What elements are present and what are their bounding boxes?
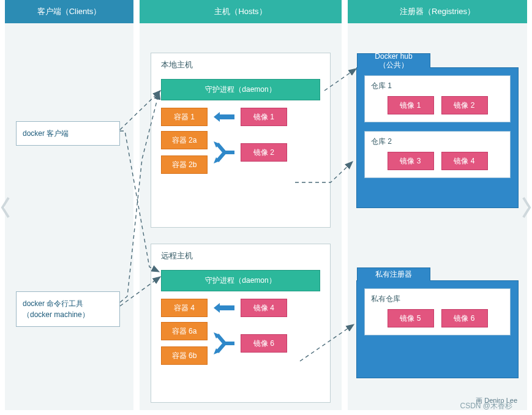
local-host-box: 本地主机 守护进程（daemon） 容器 1 镜像 1 容器 2a 容器 2b … bbox=[151, 53, 331, 228]
private-registry-folder: 私有注册器 私有仓库 镜像 5 镜像 6 bbox=[356, 280, 519, 378]
container-4: 容器 4 bbox=[161, 299, 208, 317]
hub-tab-line2: （公共） bbox=[379, 61, 408, 70]
chevron-left-icon[interactable] bbox=[0, 195, 12, 220]
image-1: 镜像 1 bbox=[241, 108, 287, 126]
chevron-right-icon[interactable] bbox=[520, 195, 532, 220]
repo1-image-1: 镜像 1 bbox=[388, 96, 434, 114]
private-tab-label: 私有注册器 bbox=[375, 271, 412, 279]
image-6: 镜像 6 bbox=[241, 334, 287, 353]
repo-2-title: 仓库 2 bbox=[371, 136, 504, 147]
repo2-image-4: 镜像 4 bbox=[441, 152, 488, 170]
hosts-header: 主机（Hosts） bbox=[140, 0, 342, 23]
container-6b: 容器 6b bbox=[161, 346, 208, 365]
hub-tab-line1: Docker hub bbox=[375, 53, 412, 61]
clients-column: docker 客户端 docker 命令行工具 （docker machine） bbox=[5, 23, 133, 410]
remote-row-1: 容器 4 镜像 4 bbox=[161, 299, 320, 317]
client-box-docker: docker 客户端 bbox=[16, 121, 120, 146]
local-host-title: 本地主机 bbox=[161, 59, 193, 70]
split-arrow-icon bbox=[214, 140, 234, 165]
container-2a: 容器 2a bbox=[161, 131, 208, 149]
container-2b: 容器 2b bbox=[161, 155, 208, 174]
client-machine-line2: （docker machine） bbox=[23, 309, 113, 320]
docker-hub-folder: Docker hub （公共） 仓库 1 镜像 1 镜像 2 仓库 2 镜像 3… bbox=[356, 67, 519, 208]
private-image-5: 镜像 5 bbox=[388, 309, 434, 327]
image-4: 镜像 4 bbox=[241, 299, 287, 317]
repo2-image-3: 镜像 3 bbox=[388, 152, 434, 170]
remote-row-2: 容器 6a 容器 6b 镜像 6 bbox=[161, 322, 320, 365]
local-row-1: 容器 1 镜像 1 bbox=[161, 108, 320, 126]
container-1: 容器 1 bbox=[161, 108, 208, 126]
private-tab: 私有注册器 bbox=[357, 267, 430, 281]
arrow-left-icon bbox=[214, 304, 234, 312]
image-2: 镜像 2 bbox=[241, 143, 287, 162]
client-box-machine: docker 命令行工具 （docker machine） bbox=[16, 291, 120, 327]
hosts-column: 本地主机 守护进程（daemon） 容器 1 镜像 1 容器 2a 容器 2b … bbox=[140, 23, 342, 410]
registries-column: Docker hub （公共） 仓库 1 镜像 1 镜像 2 仓库 2 镜像 3… bbox=[348, 23, 527, 410]
local-row-2: 容器 2a 容器 2b 镜像 2 bbox=[161, 131, 320, 174]
remote-host-title: 远程主机 bbox=[161, 250, 193, 261]
client-machine-line1: docker 命令行工具 bbox=[23, 298, 113, 309]
repo-1: 仓库 1 镜像 1 镜像 2 bbox=[364, 75, 511, 122]
private-repo: 私有仓库 镜像 5 镜像 6 bbox=[364, 288, 511, 335]
repo1-image-2: 镜像 2 bbox=[441, 96, 488, 114]
private-image-6: 镜像 6 bbox=[441, 309, 488, 327]
container-6a: 容器 6a bbox=[161, 322, 208, 340]
remote-daemon: 守护进程（daemon） bbox=[161, 270, 320, 291]
registries-header: 注册器（Registries） bbox=[348, 0, 527, 23]
arrow-left-icon bbox=[214, 113, 234, 121]
watermark-text: CSDN @木香杉 bbox=[460, 401, 512, 411]
repo-2: 仓库 2 镜像 3 镜像 4 bbox=[364, 131, 511, 178]
local-daemon: 守护进程（daemon） bbox=[161, 79, 320, 100]
clients-header: 客户端（Clients） bbox=[5, 0, 133, 23]
split-arrow-icon bbox=[214, 331, 234, 356]
docker-hub-tab: Docker hub （公共） bbox=[357, 53, 430, 68]
remote-host-box: 远程主机 守护进程（daemon） 容器 4 镜像 4 容器 6a 容器 6b … bbox=[151, 244, 331, 403]
repo-1-title: 仓库 1 bbox=[371, 81, 504, 91]
private-repo-title: 私有仓库 bbox=[371, 294, 504, 304]
